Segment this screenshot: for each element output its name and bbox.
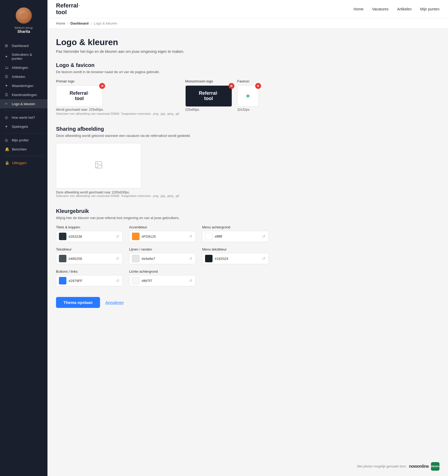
page-title: Logo & kleuren xyxy=(56,37,279,47)
profiel-icon: ◎ xyxy=(5,138,9,142)
color-value-tekst[interactable] xyxy=(69,257,113,261)
sidebar-item-berichten[interactable]: 🔔 Berichten xyxy=(0,145,47,154)
color-input-tekst: ↺ xyxy=(56,253,123,264)
color-field-tekst: Tekstkleur ↺ xyxy=(56,247,123,264)
sidebar-item-uitloggen[interactable]: 🔒 Uitloggen xyxy=(0,158,47,167)
color-reset-menu-bg[interactable]: ↺ xyxy=(262,234,266,239)
color-swatch-accent[interactable] xyxy=(132,233,139,240)
sidebar: Welkom terug: Sharita ⊞ Dashboard ✦ Gebr… xyxy=(0,0,47,476)
color-reset-lichte-bg[interactable]: ↺ xyxy=(189,278,193,283)
color-desc: Wijzig hier de kleuren van jouw referral… xyxy=(56,216,279,220)
color-input-accent: ↺ xyxy=(129,231,196,242)
mono-logo-card[interactable]: ✕ Referral· tool xyxy=(185,85,232,107)
color-swatch-tekst[interactable] xyxy=(59,255,66,262)
sidebar-item-gebruikers[interactable]: ✦ Gebruikers & punten xyxy=(0,50,47,63)
sidebar-item-label: Waarderingen xyxy=(12,84,33,88)
mono-logo-wrapper: Monochroom logo ✕ Referral· tool 225x60p… xyxy=(185,79,232,115)
sidebar-item-spelregels[interactable]: ✦ Spelregels xyxy=(0,122,47,131)
sidebar-item-dashboard[interactable]: ⊞ Dashboard xyxy=(0,41,47,50)
color-input-lichte-bg: ↺ xyxy=(129,275,196,286)
color-field-lichte-bg: Lichte achtergrond ↺ xyxy=(129,269,196,286)
logo-grid: Primair logo ✕ Referral· tool Wordt gesc… xyxy=(56,79,279,115)
color-swatch-menu-tekst[interactable] xyxy=(205,255,213,262)
favicon-card[interactable]: ✕ ✦ xyxy=(237,85,259,107)
color-reset-titels[interactable]: ↺ xyxy=(115,234,120,239)
berichten-icon: 🔔 xyxy=(5,147,9,151)
breadcrumb-dashboard[interactable]: Dashboard xyxy=(70,21,89,25)
logo-line1: Referral· xyxy=(56,2,80,9)
logo-section-title: Logo & favicon xyxy=(56,62,279,68)
primary-logo-note: Selecteer een afbeelding van maximaal 50… xyxy=(56,112,180,115)
logo-section-desc: De favicon wordt in de browser naast de … xyxy=(56,70,279,74)
primary-logo-desc: Wordt geschaald naar: 225x60px. xyxy=(56,108,180,112)
sidebar-item-klantinstellingen[interactable]: ☰ Klantinstellingen xyxy=(0,90,47,99)
artikelen-icon: ☰ xyxy=(5,74,9,79)
color-swatch-titels[interactable] xyxy=(59,233,66,240)
nav-divider-2 xyxy=(4,133,43,133)
primary-logo-card[interactable]: ✕ Referral· tool xyxy=(56,85,103,107)
sidebar-item-mijn-profiel[interactable]: ◎ Mijn profiel xyxy=(0,136,47,145)
color-value-menu-tekst[interactable] xyxy=(215,257,259,261)
color-reset-menu-tekst[interactable]: ↺ xyxy=(262,256,266,261)
sidebar-item-artikelen[interactable]: ☰ Artikelen xyxy=(0,72,47,81)
topnav-mijn-punten[interactable]: Mijn punten xyxy=(420,7,439,11)
sidebar-item-label: Dashboard xyxy=(12,44,29,48)
save-button[interactable]: Thema opslaan xyxy=(56,297,100,308)
topnav-artikelen[interactable]: Artikelen xyxy=(397,7,411,11)
sidebar-item-logo-kleuren[interactable]: ✏ Logo & kleuren xyxy=(0,99,47,108)
sidebar-item-label: Gebruikers & punten xyxy=(12,53,43,61)
topnav-vacatures[interactable]: Vacatures xyxy=(372,7,389,11)
user-profile: Welkom terug: Sharita xyxy=(0,0,47,39)
logout-icon: 🔒 xyxy=(5,161,9,165)
username: Sharita xyxy=(17,29,30,34)
color-value-lichte-bg[interactable] xyxy=(142,279,186,283)
breadcrumb-home[interactable]: Home xyxy=(56,21,65,25)
color-value-lijnen[interactable] xyxy=(142,257,186,261)
color-swatch-lijnen[interactable] xyxy=(132,255,139,262)
primary-logo-text: Referral· tool xyxy=(70,91,89,101)
sidebar-nav: ⊞ Dashboard ✦ Gebruikers & punten 🗂 Afde… xyxy=(0,39,47,476)
topnav: Referral· tool Home Vacatures Artikelen … xyxy=(47,0,448,18)
mono-logo-label: Monochroom logo xyxy=(185,79,232,83)
afdelingen-icon: 🗂 xyxy=(5,65,9,70)
color-swatch-menu-bg[interactable] xyxy=(205,233,213,240)
color-reset-lijnen[interactable]: ↺ xyxy=(189,256,193,261)
color-field-titels: Titels & koppen: ↺ xyxy=(56,225,123,242)
breadcrumb: Home / Dashboard / Logo & kleuren xyxy=(47,18,448,29)
mono-logo-desc: 225x60px. xyxy=(185,108,232,112)
mono-logo-remove[interactable]: ✕ xyxy=(229,83,234,89)
color-field-buttons: Buttons / links ↺ xyxy=(56,269,123,286)
sidebar-item-hoe-werkt[interactable]: ◎ Hoe werkt het? xyxy=(0,113,47,122)
color-value-accent[interactable] xyxy=(142,235,186,239)
footer-brand: nowonline xyxy=(409,464,429,469)
color-value-titels[interactable] xyxy=(69,235,113,239)
sharing-upload-area[interactable] xyxy=(56,143,141,188)
logo-kleuren-icon: ✏ xyxy=(5,102,9,106)
color-value-buttons[interactable] xyxy=(69,279,113,283)
sidebar-item-label: Klantinstellingen xyxy=(12,93,37,97)
color-value-menu-bg[interactable] xyxy=(215,235,259,239)
color-reset-buttons[interactable]: ↺ xyxy=(115,278,120,283)
favicon-remove[interactable]: ✕ xyxy=(255,83,261,89)
color-field-lijnen: Lijnen / randen ↺ xyxy=(129,247,196,264)
sidebar-item-label: Afdelingen xyxy=(12,66,28,70)
sidebar-item-afdelingen[interactable]: 🗂 Afdelingen xyxy=(0,63,47,72)
color-reset-accent[interactable]: ↺ xyxy=(189,234,193,239)
topnav-links: Home Vacatures Artikelen Mijn punten xyxy=(354,7,439,11)
color-swatch-buttons[interactable] xyxy=(59,277,66,284)
sidebar-item-waarderingen[interactable]: ✦ Waarderingen xyxy=(0,81,47,90)
breadcrumb-current: Logo & kleuren xyxy=(94,21,117,25)
color-section: Kleurgebruik Wijzig hier de kleuren van … xyxy=(56,208,279,286)
dashboard-icon: ⊞ xyxy=(5,43,9,48)
color-label-lijnen: Lijnen / randen xyxy=(129,247,196,251)
topnav-home[interactable]: Home xyxy=(354,7,363,11)
color-reset-tekst[interactable]: ↺ xyxy=(115,256,120,261)
page-content: Logo & kleuren Pas hieronder het logo en… xyxy=(47,29,287,335)
color-title: Kleurgebruik xyxy=(56,208,279,214)
color-label-buttons: Buttons / links xyxy=(56,269,123,273)
primary-logo-remove[interactable]: ✕ xyxy=(99,83,105,89)
footer-badge-text: DEKRA xyxy=(431,465,439,468)
color-swatch-lichte-bg[interactable] xyxy=(132,277,139,284)
cancel-button[interactable]: Annuleren xyxy=(105,300,123,305)
sidebar-item-label: Uitloggen xyxy=(12,161,27,165)
